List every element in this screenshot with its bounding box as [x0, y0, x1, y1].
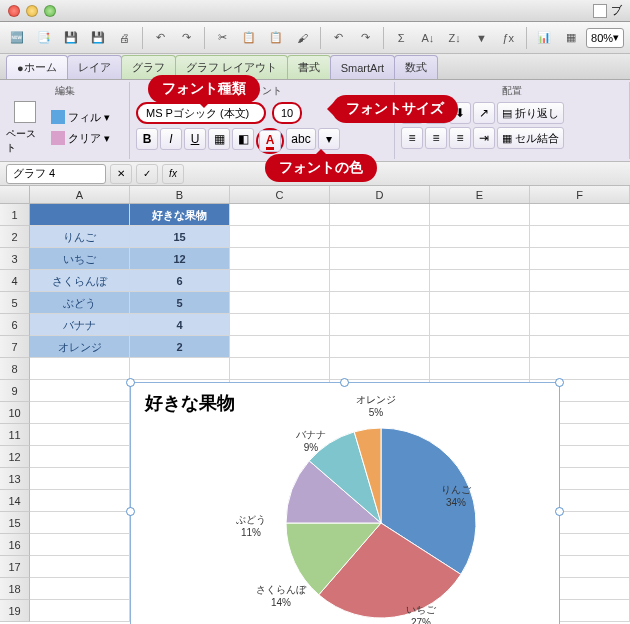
print-icon[interactable]: 🖨 — [113, 26, 136, 50]
filter-icon[interactable]: ▼ — [470, 26, 493, 50]
tab-formula[interactable]: 数式 — [394, 55, 438, 79]
cell[interactable] — [30, 424, 130, 446]
cell[interactable]: 15 — [130, 226, 230, 248]
cell[interactable]: オレンジ — [30, 336, 130, 358]
cell[interactable] — [530, 292, 630, 314]
cell[interactable] — [330, 248, 430, 270]
cell[interactable] — [430, 314, 530, 336]
cell[interactable] — [330, 292, 430, 314]
cell[interactable] — [30, 490, 130, 512]
row-header[interactable]: 4 — [0, 270, 30, 292]
cell[interactable] — [30, 578, 130, 600]
cell[interactable] — [230, 270, 330, 292]
col-header[interactable]: D — [330, 186, 430, 203]
tab-format[interactable]: 書式 — [287, 55, 331, 79]
border-button[interactable]: ▦ — [208, 128, 230, 150]
cell[interactable] — [230, 358, 330, 380]
cell[interactable] — [30, 446, 130, 468]
cell[interactable] — [30, 556, 130, 578]
minimize-button[interactable] — [26, 5, 38, 17]
row-header[interactable]: 13 — [0, 468, 30, 490]
fill-color-button[interactable]: ◧ — [232, 128, 254, 150]
undo2-icon[interactable]: ↶ — [327, 26, 350, 50]
select-all-corner[interactable] — [0, 186, 30, 203]
resize-handle[interactable] — [126, 378, 135, 387]
chart-icon[interactable]: 📊 — [533, 26, 556, 50]
cell[interactable] — [430, 270, 530, 292]
cell[interactable] — [430, 358, 530, 380]
tab-layout[interactable]: レイア — [67, 55, 122, 79]
cell[interactable] — [430, 248, 530, 270]
merge-button[interactable]: ▦ セル結合 — [497, 127, 564, 149]
chart-object[interactable]: 好きな果物 りんご34%いちご27%さくらんぼ14%ぶどう11%バナナ9%オレン… — [130, 382, 560, 624]
cell[interactable] — [30, 512, 130, 534]
elements-icon[interactable]: ▦ — [559, 26, 582, 50]
cell[interactable]: バナナ — [30, 314, 130, 336]
row-header[interactable]: 14 — [0, 490, 30, 512]
fx-button[interactable]: fx — [162, 164, 184, 184]
cell[interactable]: 5 — [130, 292, 230, 314]
row-header[interactable]: 2 — [0, 226, 30, 248]
strikethrough-button[interactable]: abc — [286, 128, 316, 150]
cell[interactable] — [230, 314, 330, 336]
cell[interactable] — [30, 534, 130, 556]
cancel-x-icon[interactable]: ✕ — [110, 164, 132, 184]
cell[interactable] — [230, 292, 330, 314]
cell[interactable] — [330, 336, 430, 358]
row-header[interactable]: 6 — [0, 314, 30, 336]
row-header[interactable]: 9 — [0, 380, 30, 402]
undo-icon[interactable]: ↶ — [149, 26, 172, 50]
cell[interactable]: 12 — [130, 248, 230, 270]
chart-title[interactable]: 好きな果物 — [131, 383, 559, 423]
cell[interactable] — [30, 204, 130, 226]
bold-button[interactable]: B — [136, 128, 158, 150]
cell[interactable] — [230, 204, 330, 226]
cell[interactable]: 6 — [130, 270, 230, 292]
align-center-button[interactable]: ≡ — [425, 127, 447, 149]
cell[interactable] — [430, 204, 530, 226]
sort-asc-icon[interactable]: A↓ — [417, 26, 440, 50]
row-header[interactable]: 16 — [0, 534, 30, 556]
cell[interactable] — [330, 314, 430, 336]
cell[interactable]: ぶどう — [30, 292, 130, 314]
row-header[interactable]: 18 — [0, 578, 30, 600]
maximize-button[interactable] — [44, 5, 56, 17]
confirm-check-icon[interactable]: ✓ — [136, 164, 158, 184]
cell[interactable] — [530, 358, 630, 380]
worksheet[interactable]: A B C D E F 1234567891011121314151617181… — [0, 186, 630, 624]
save-icon[interactable]: 💾 — [60, 26, 83, 50]
cell[interactable] — [430, 336, 530, 358]
col-header[interactable]: B — [130, 186, 230, 203]
cell[interactable]: 好きな果物 — [130, 204, 230, 226]
redo-icon[interactable]: ↷ — [176, 26, 199, 50]
paste-button[interactable]: ペースト — [6, 100, 44, 156]
resize-handle[interactable] — [555, 378, 564, 387]
row-header[interactable]: 12 — [0, 446, 30, 468]
fill-button[interactable]: フィル ▾ — [47, 107, 114, 127]
align-right-button[interactable]: ≡ — [449, 127, 471, 149]
cell[interactable] — [530, 270, 630, 292]
row-header[interactable]: 15 — [0, 512, 30, 534]
save-icon-2[interactable]: 💾 — [86, 26, 109, 50]
row-header[interactable]: 1 — [0, 204, 30, 226]
row-header[interactable]: 10 — [0, 402, 30, 424]
resize-handle[interactable] — [126, 507, 135, 516]
cell[interactable] — [530, 248, 630, 270]
open-icon[interactable]: 📑 — [33, 26, 56, 50]
font-color-button[interactable]: A — [259, 130, 281, 152]
align-left-button[interactable]: ≡ — [401, 127, 423, 149]
paste-icon[interactable]: 📋 — [265, 26, 288, 50]
resize-handle[interactable] — [340, 378, 349, 387]
indent-button[interactable]: ⇥ — [473, 127, 495, 149]
row-header[interactable]: 17 — [0, 556, 30, 578]
cell[interactable]: さくらんぼ — [30, 270, 130, 292]
cell[interactable] — [330, 358, 430, 380]
name-box[interactable]: グラフ 4 — [6, 164, 106, 184]
italic-button[interactable]: I — [160, 128, 182, 150]
cell[interactable] — [230, 226, 330, 248]
resize-handle[interactable] — [555, 507, 564, 516]
format-painter-icon[interactable]: 🖌 — [292, 26, 315, 50]
cell[interactable] — [530, 204, 630, 226]
cell[interactable] — [30, 402, 130, 424]
cell[interactable] — [30, 600, 130, 622]
